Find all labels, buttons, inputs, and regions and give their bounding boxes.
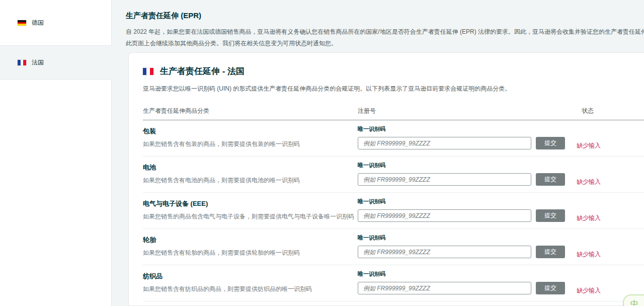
germany-flag-icon — [18, 20, 26, 26]
status-cell: 缺少输入 — [577, 234, 644, 265]
status-cell: 缺少输入 — [577, 125, 644, 156]
status-missing-text: 缺少输入 — [577, 214, 601, 221]
sidebar-item-france[interactable]: 法国 — [0, 46, 112, 80]
status-missing-text: 缺少输入 — [577, 251, 601, 258]
status-missing-text: 缺少输入 — [577, 287, 601, 294]
status-cell: 缺少输入 — [577, 198, 644, 228]
uin-input[interactable] — [358, 137, 531, 149]
epr-intro-header: 生产者责任延伸 (EPR) 自 2022 年起，如果您要在法国或德国销售商品，亚… — [126, 11, 639, 49]
uin-input[interactable] — [358, 209, 531, 222]
category-description: 如果您销售含有电池的商品，则需要提供电池的唯一识别码 — [143, 176, 358, 185]
uin-label: 唯一识别码 — [358, 125, 577, 133]
uin-input[interactable] — [358, 282, 531, 294]
uin-input-row: 提交 — [358, 137, 577, 149]
category-description: 如果您销售含有轮胎的商品，则需要提供轮胎的唯一识别码 — [143, 249, 358, 257]
country-sidebar: 德国 法国 — [0, 0, 112, 306]
submit-button[interactable]: 提交 — [536, 137, 565, 149]
uin-input-row: 提交 — [358, 209, 577, 222]
sidebar-spacer — [0, 80, 112, 306]
sidebar-item-germany[interactable]: 德国 — [0, 0, 112, 46]
card-header: 生产者责任延伸 - 法国 — [143, 65, 644, 77]
status-missing-text: 缺少输入 — [577, 142, 601, 149]
registration-cell: 唯一识别码 提交 — [358, 270, 577, 301]
submit-button[interactable]: 提交 — [536, 173, 565, 186]
submit-button[interactable]: 提交 — [536, 209, 565, 222]
category-cell: 电气与电子设备 (EEE) 如果您销售的商品包含电气与电子设备，则需要提供电气与… — [143, 198, 358, 228]
intro-paragraph-1: 自 2022 年起，如果您要在法国或德国销售商品，亚马逊将有义务确认您在销售商品… — [126, 26, 639, 38]
uin-input[interactable] — [358, 173, 531, 186]
language-toggle-label: 中 — [630, 299, 638, 306]
card-title: 生产者责任延伸 - 法国 — [160, 65, 245, 77]
uin-label: 唯一识别码 — [358, 198, 577, 205]
category-cell: 纺织品 如果您销售含有纺织品的商品，则需要提供纺织品的唯一识别码 — [143, 270, 358, 301]
france-flag-icon — [143, 68, 153, 75]
category-description: 如果您销售含有纺织品的商品，则需要提供纺织品的唯一识别码 — [143, 285, 358, 293]
category-rows: 包装 如果您销售含有包装的商品，则需要提供包装的唯一识别码 唯一识别码 提交 缺… — [143, 120, 644, 301]
category-cell: 电池 如果您销售含有电池的商品，则需要提供电池的唯一识别码 — [143, 162, 358, 192]
column-header-status: 状态 — [577, 107, 644, 115]
epr-france-card: 生产者责任延伸 - 法国 亚马逊要求您以唯一识别码 (UIN) 的形式提供生产者… — [128, 52, 644, 306]
registration-cell: 唯一识别码 提交 — [358, 162, 577, 192]
uin-label: 唯一识别码 — [358, 234, 577, 242]
category-cell: 轮胎 如果您销售含有轮胎的商品，则需要提供轮胎的唯一识别码 — [143, 234, 358, 265]
submit-button[interactable]: 提交 — [536, 282, 565, 294]
category-cell: 包装 如果您销售含有包装的商品，则需要提供包装的唯一识别码 — [143, 125, 358, 156]
uin-label: 唯一识别码 — [358, 162, 577, 169]
sidebar-item-label: 德国 — [32, 19, 44, 27]
registration-cell: 唯一识别码 提交 — [358, 125, 577, 156]
france-flag-icon — [18, 60, 26, 65]
status-cell: 缺少输入 — [577, 162, 644, 192]
category-description: 如果您销售的商品包含电气与电子设备，则需要提供电气与电子设备唯一识别码 — [143, 212, 358, 221]
registration-cell: 唯一识别码 提交 — [358, 234, 577, 265]
uin-input[interactable] — [358, 246, 531, 258]
intro-paragraph-2: 此页面上会继续添加其他商品分类。我们将在相关信息变为可用状态时通知您。 — [126, 38, 639, 49]
table-row: 纺织品 如果您销售含有纺织品的商品，则需要提供纺织品的唯一识别码 唯一识别码 提… — [143, 265, 644, 301]
status-missing-text: 缺少输入 — [577, 178, 601, 185]
table-row: 电气与电子设备 (EEE) 如果您销售的商品包含电气与电子设备，则需要提供电气与… — [143, 193, 644, 229]
sidebar-item-label: 法国 — [32, 58, 44, 67]
uin-input-row: 提交 — [358, 246, 577, 258]
table-row: 轮胎 如果您销售含有轮胎的商品，则需要提供轮胎的唯一识别码 唯一识别码 提交 缺… — [143, 229, 644, 265]
table-row: 电池 如果您销售含有电池的商品，则需要提供电池的唯一识别码 唯一识别码 提交 缺… — [143, 157, 644, 193]
column-header-registration: 注册号 — [358, 107, 577, 115]
uin-input-row: 提交 — [358, 173, 577, 186]
language-toggle-widget[interactable]: 中 — [623, 294, 644, 306]
uin-input-row: 提交 — [358, 282, 577, 294]
category-description: 如果您销售含有包装的商品，则需要提供包装的唯一识别码 — [143, 140, 358, 148]
category-title: 电池 — [143, 163, 358, 172]
table-header-row: 生产者责任延伸商品分类 注册号 状态 — [143, 107, 644, 120]
card-description: 亚马逊要求您以唯一识别码 (UIN) 的形式提供生产者责任延伸商品分类的合规证明… — [143, 85, 644, 93]
intro-text-1: 自 2022 年起，如果您要在法国或德国销售商品，亚马逊将有义务确认您在销售商品… — [126, 28, 644, 35]
column-header-category: 生产者责任延伸商品分类 — [143, 107, 358, 115]
table-row: 包装 如果您销售含有包装的商品，则需要提供包装的唯一识别码 唯一识别码 提交 缺… — [143, 120, 644, 157]
page-title: 生产者责任延伸 (EPR) — [126, 11, 639, 21]
category-title: 包装 — [143, 127, 358, 136]
category-title: 电气与电子设备 (EEE) — [143, 199, 358, 208]
category-title: 轮胎 — [143, 236, 358, 245]
uin-label: 唯一识别码 — [358, 270, 577, 278]
submit-button[interactable]: 提交 — [536, 246, 565, 258]
category-title: 纺织品 — [143, 272, 358, 281]
registration-cell: 唯一识别码 提交 — [358, 198, 577, 228]
